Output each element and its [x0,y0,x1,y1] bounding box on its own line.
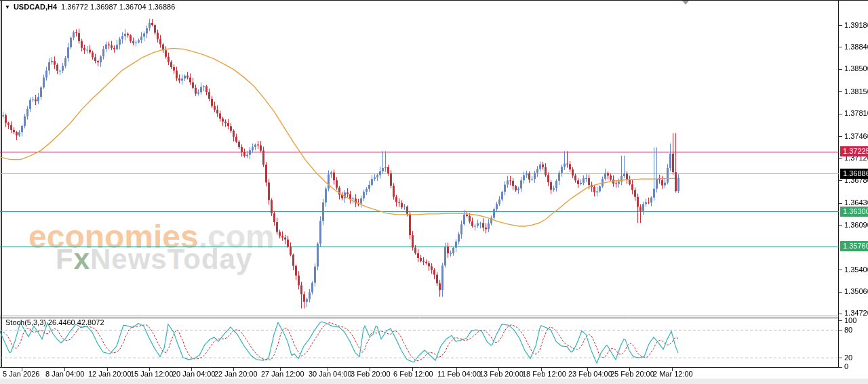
price-axis-label: 1.35400 [844,265,868,274]
stoch-axis-label: 0 [844,362,848,370]
chart-header: ▼USDCAD,H41.36772 1.36987 1.36704 1.3688… [5,3,175,11]
price-axis-label: 1.38150 [844,87,868,95]
time-axis-label: 11 Feb 04:00 [437,370,481,378]
time-axis-label: 8 Jan 04:00 [45,370,85,378]
chart-window: economies.com FxNewsToday ▼USDCAD,H41.36… [0,0,868,384]
time-axis-label: 23 Feb 04:00 [568,370,612,378]
price-axis-label: 1.38840 [844,43,868,51]
price-axis-label: 1.38500 [844,64,868,72]
price-badge: 1.35760 [840,241,868,251]
time-axis-label: 5 Jan 2026 [3,370,39,378]
price-axis-label: 1.36430 [844,198,868,207]
time-axis-label: 12 Jan 20:00 [88,370,132,378]
time-axis-label: 20 Jan 04:00 [172,370,216,378]
time-axis-label: 3 Feb 20:00 [351,370,391,378]
stoch-axis-label: 80 [844,326,852,334]
stoch-axis-label: 100 [844,316,856,324]
time-axis-label: 2 Mar 12:00 [653,370,693,378]
price-axis-label: 1.35060 [844,287,868,295]
time-axis-label: 22 Jan 20:00 [214,370,258,378]
time-axis-label: 30 Jan 04:00 [309,370,352,378]
price-chart-canvas[interactable] [0,0,868,384]
symbol-dropdown-icon[interactable]: ▼ [5,4,10,10]
price-axis-label: 1.36090 [844,221,868,229]
time-axis-label: 27 Jan 12:00 [261,370,304,378]
ohlc-values: 1.36772 1.36987 1.36704 1.36886 [61,3,175,11]
price-badge: 1.36886 [840,169,868,179]
stoch-axis-label: 20 [844,354,852,362]
price-axis-label: 1.37810 [844,109,868,117]
time-axis-label: 25 Feb 20:00 [610,370,654,378]
time-axis-label: 13 Feb 20:00 [479,370,524,378]
price-axis-label: 1.39180 [844,21,868,29]
price-badge: 1.36300 [840,207,868,217]
symbol-timeframe-label: USDCAD,H4 [14,3,57,11]
price-axis-label: 1.37460 [844,132,868,140]
time-axis-label: 6 Feb 12:00 [393,370,433,378]
time-axis-label: 15 Jan 12:00 [130,370,174,378]
time-axis-label: 18 Feb 12:00 [522,370,566,378]
price-badge: 1.37225 [840,146,868,156]
